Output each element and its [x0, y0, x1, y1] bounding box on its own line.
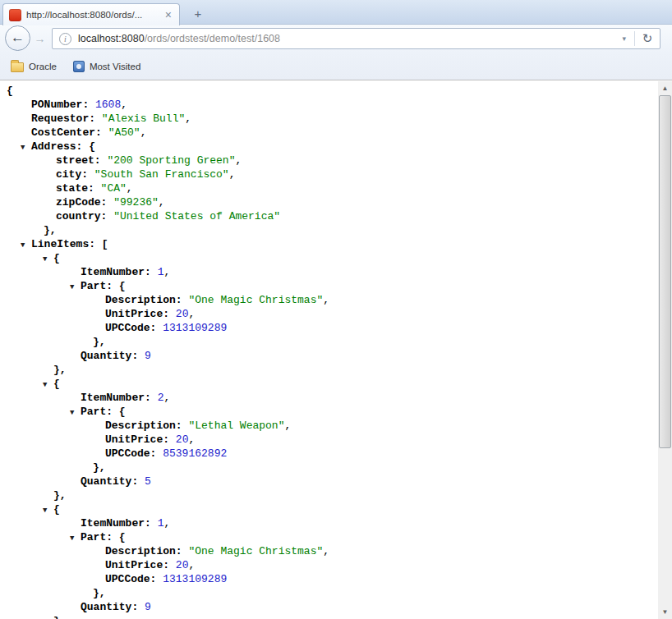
page-content: {PONumber: 1608,Requestor: "Alexis Bull"… — [0, 81, 672, 619]
json-value-string: "Lethal Weapon" — [188, 420, 284, 432]
scrollbar-thumb[interactable] — [659, 95, 671, 448]
json-comma: , — [127, 182, 133, 195]
most-visited-icon — [73, 61, 85, 72]
json-value-string: "200 Sporting Green" — [107, 154, 235, 167]
json-comma: , — [323, 294, 329, 306]
json-value-number: 20 — [176, 559, 189, 571]
json-line: UnitPrice: 20, — [0, 307, 672, 321]
bookmark-item-oracle[interactable]: Oracle — [5, 58, 62, 75]
json-line: ▼Part: { — [0, 405, 672, 419]
json-key: UnitPrice: — [105, 559, 176, 571]
json-line: }, — [0, 586, 672, 600]
json-key: Description: — [105, 294, 188, 306]
new-tab-button[interactable]: + — [187, 7, 209, 21]
json-punctuation: }, — [93, 587, 106, 599]
json-key: zipCode: — [56, 196, 113, 209]
json-punctuation: { — [89, 140, 95, 153]
json-line: ▼Part: { — [0, 279, 672, 293]
forward-button[interactable]: → — [32, 31, 48, 46]
json-comma: , — [163, 517, 170, 530]
browser-tab[interactable]: http://localhost:8080/ords/... × — [2, 3, 180, 25]
json-key: PONumber: — [31, 99, 95, 111]
scroll-up-button[interactable]: ▲ — [658, 81, 672, 95]
json-comma: , — [323, 545, 329, 557]
json-line: Quantity: 9 — [0, 600, 672, 614]
json-punctuation: }, — [53, 364, 67, 376]
json-line: ItemNumber: 2, — [0, 391, 672, 405]
tab-close-icon[interactable]: × — [163, 9, 173, 21]
json-line: ItemNumber: 1, — [0, 516, 672, 530]
json-key: Quantity: — [81, 350, 145, 362]
json-key: ItemNumber: — [81, 517, 158, 530]
json-key: ItemNumber: — [81, 266, 158, 278]
json-line: ▼{ — [0, 502, 672, 516]
back-button[interactable]: ← — [5, 25, 30, 51]
json-key: country: — [56, 210, 113, 222]
json-comma: , — [163, 392, 170, 404]
json-line: Description: "One Magic Christmas", — [0, 293, 672, 307]
json-value-number: 9 — [145, 350, 151, 362]
json-punctuation: }, — [44, 224, 57, 236]
json-key: Quantity: — [81, 601, 145, 613]
json-line: state: "CA", — [0, 181, 672, 195]
json-punctuation: { — [7, 85, 13, 97]
tab-title: http://localhost:8080/ords/... — [26, 10, 159, 20]
browser-window: http://localhost:8080/ords/... × + ← → i… — [0, 0, 672, 619]
json-comma: , — [121, 99, 127, 111]
json-key: UnitPrice: — [105, 433, 176, 446]
json-value-number: 9 — [145, 601, 151, 613]
json-line: zipCode: "99236", — [0, 195, 672, 209]
json-punctuation: }, — [53, 615, 67, 619]
json-key: Part: — [81, 406, 119, 418]
json-key: Requestor: — [31, 112, 102, 125]
json-line: Quantity: 5 — [0, 475, 672, 488]
json-comma: , — [188, 433, 195, 446]
scroll-down-button[interactable]: ▼ — [658, 605, 672, 619]
json-punctuation: [ — [102, 238, 108, 250]
json-key: ItemNumber: — [81, 392, 158, 404]
url-text: localhost:8080/ords/ordstest/demo/test/1… — [78, 33, 614, 44]
json-key: UPCCode: — [105, 447, 163, 460]
json-punctuation: { — [119, 406, 126, 418]
reload-button[interactable]: ↻ — [635, 31, 660, 46]
json-line: Description: "Lethal Weapon", — [0, 419, 672, 433]
json-value-string: "CA" — [101, 182, 127, 195]
json-line: CostCenter: "A50", — [0, 126, 672, 140]
json-line: ▼Address: { — [0, 140, 672, 154]
folder-icon — [11, 62, 24, 72]
json-line: UnitPrice: 20, — [0, 558, 672, 572]
json-value-string: "One Magic Christmas" — [188, 545, 323, 557]
json-line: Description: "One Magic Christmas", — [0, 544, 672, 558]
json-line: }, — [0, 363, 672, 377]
url-bar[interactable]: i localhost:8080/ords/ordstest/demo/test… — [52, 28, 660, 49]
json-value-string: "A50" — [108, 126, 140, 139]
json-value-string: "99236" — [113, 196, 159, 209]
json-value-number: 20 — [176, 433, 189, 446]
json-line: UPCCode: 8539162892 — [0, 447, 672, 461]
json-key: UPCCode: — [105, 573, 163, 585]
json-punctuation: { — [53, 503, 60, 516]
json-key: Part: — [81, 280, 119, 292]
json-value-string: "One Magic Christmas" — [188, 294, 323, 306]
navigation-toolbar: ← → i localhost:8080/ords/ordstest/demo/… — [0, 25, 672, 53]
json-line: country: "United States of America" — [0, 209, 672, 223]
bookmark-item-most-visited[interactable]: Most Visited — [67, 58, 146, 75]
json-line: }, — [0, 614, 672, 619]
json-line: ItemNumber: 1, — [0, 265, 672, 279]
json-line: UnitPrice: 20, — [0, 433, 672, 447]
json-key: Part: — [81, 531, 119, 543]
urlbar-dropdown-icon[interactable]: ▾ — [614, 34, 634, 43]
json-comma: , — [188, 559, 195, 571]
json-line: }, — [0, 223, 672, 237]
vertical-scrollbar[interactable]: ▲ ▼ — [658, 81, 672, 619]
site-info-icon[interactable]: i — [59, 33, 71, 45]
bookmark-label: Oracle — [29, 62, 57, 71]
json-comma: , — [140, 126, 147, 139]
json-value-string: "United States of America" — [113, 210, 280, 222]
json-key: state: — [56, 182, 101, 195]
json-punctuation: { — [53, 378, 60, 390]
json-key: city: — [56, 168, 94, 181]
json-key: Quantity: — [81, 475, 145, 488]
json-comma: , — [159, 196, 165, 209]
json-line: city: "South San Francisco", — [0, 167, 672, 181]
